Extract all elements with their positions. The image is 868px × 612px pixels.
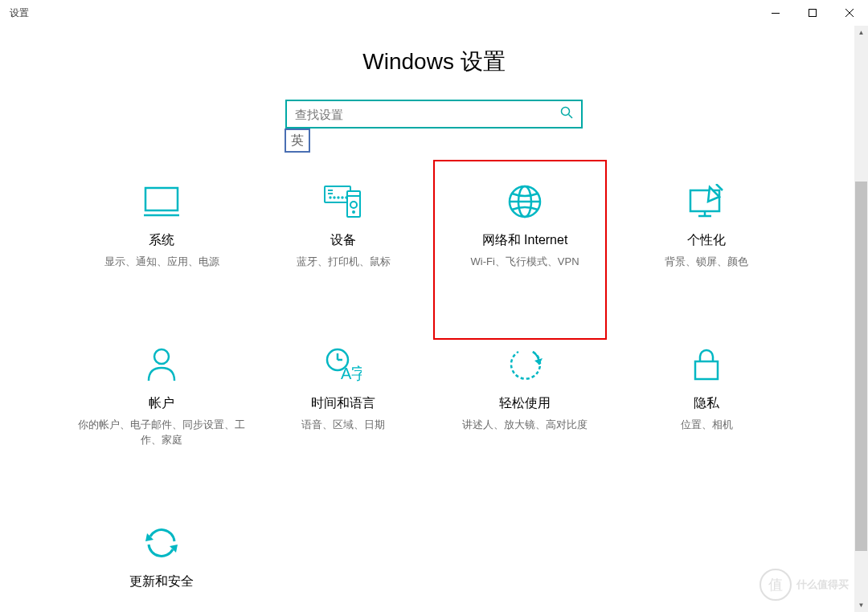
- search-box[interactable]: [285, 100, 583, 129]
- tile-title: 隐私: [694, 395, 719, 412]
- tile-network[interactable]: 网络和 Internet Wi-Fi、飞行模式、VPN: [434, 173, 616, 279]
- tile-desc: 你的帐户、电子邮件、同步设置、工作、家庭: [77, 417, 246, 448]
- svg-rect-1: [809, 10, 817, 17]
- time-language-icon: A字: [325, 345, 362, 384]
- titlebar: 设置: [0, 0, 868, 26]
- window-title: 设置: [10, 6, 29, 20]
- scrollbar[interactable]: ▲ ▼: [854, 26, 868, 612]
- tile-ease-access[interactable]: 轻松使用 讲述人、放大镜、高对比度: [434, 336, 616, 458]
- tile-desc: Wi-Fi、飞行模式、VPN: [470, 254, 579, 270]
- watermark-text: 什么值得买: [796, 577, 849, 592]
- scrollbar-thumb[interactable]: [855, 182, 867, 551]
- tile-title: 设备: [330, 232, 356, 249]
- tile-desc: 语音、区域、日期: [301, 417, 385, 433]
- search-icon: [560, 106, 573, 122]
- settings-grid: 系统 显示、通知、应用、电源 设备 蓝牙、打印机、鼠标 网络和 Internet…: [0, 173, 868, 605]
- personalization-icon: [687, 182, 726, 221]
- tile-system[interactable]: 系统 显示、通知、应用、电源: [71, 173, 252, 279]
- devices-icon: [323, 182, 363, 221]
- tile-privacy[interactable]: 隐私 位置、相机: [616, 336, 797, 458]
- tile-accounts[interactable]: 帐户 你的帐户、电子邮件、同步设置、工作、家庭: [71, 336, 252, 458]
- svg-rect-0: [772, 13, 780, 14]
- tile-desc: 讲述人、放大镜、高对比度: [462, 417, 588, 433]
- svg-point-9: [330, 197, 330, 198]
- maximize-button[interactable]: [794, 0, 831, 26]
- tile-desc: 蓝牙、打印机、鼠标: [297, 254, 391, 270]
- svg-rect-4: [145, 188, 178, 210]
- minimize-button[interactable]: [757, 0, 794, 26]
- svg-point-25: [154, 349, 169, 364]
- tile-title: 个性化: [687, 232, 726, 249]
- close-button[interactable]: [831, 0, 868, 26]
- accounts-icon: [146, 345, 177, 384]
- system-icon: [142, 182, 181, 221]
- search-container: [0, 100, 868, 129]
- globe-icon: [507, 182, 542, 221]
- svg-point-11: [338, 197, 338, 198]
- lock-icon: [692, 345, 721, 384]
- ease-access-icon: [507, 345, 542, 384]
- page-title: Windows 设置: [0, 47, 868, 77]
- tile-title: 网络和 Internet: [482, 232, 568, 249]
- tile-title: 时间和语言: [311, 395, 375, 412]
- tile-title: 系统: [149, 232, 174, 249]
- update-icon: [144, 524, 179, 562]
- svg-point-17: [353, 211, 354, 213]
- tile-time-language[interactable]: A字 时间和语言 语音、区域、日期: [252, 336, 434, 458]
- svg-point-2: [562, 108, 570, 116]
- scroll-up-icon[interactable]: ▲: [854, 26, 868, 39]
- scroll-down-icon[interactable]: ▼: [854, 598, 868, 612]
- tile-title: 帐户: [149, 395, 174, 412]
- tile-update[interactable]: 更新和安全: [71, 514, 252, 605]
- ime-indicator[interactable]: 英: [285, 129, 310, 153]
- svg-point-10: [334, 197, 334, 198]
- svg-point-12: [342, 197, 342, 198]
- watermark: 值 什么值得买: [760, 569, 849, 601]
- svg-rect-31: [695, 361, 718, 379]
- tile-desc: 显示、通知、应用、电源: [104, 254, 219, 270]
- tile-title: 更新和安全: [129, 573, 194, 590]
- watermark-badge: 值: [760, 569, 792, 601]
- tile-desc: 位置、相机: [681, 417, 733, 433]
- tile-title: 轻松使用: [499, 395, 551, 412]
- ime-label: 英: [291, 133, 304, 149]
- search-input[interactable]: [295, 108, 560, 121]
- tile-desc: 背景、锁屏、颜色: [665, 254, 748, 270]
- svg-text:A字: A字: [341, 365, 362, 382]
- svg-line-3: [569, 115, 573, 119]
- tile-devices[interactable]: 设备 蓝牙、打印机、鼠标: [252, 173, 434, 279]
- tile-personalization[interactable]: 个性化 背景、锁屏、颜色: [616, 173, 797, 279]
- window-controls: [757, 0, 868, 26]
